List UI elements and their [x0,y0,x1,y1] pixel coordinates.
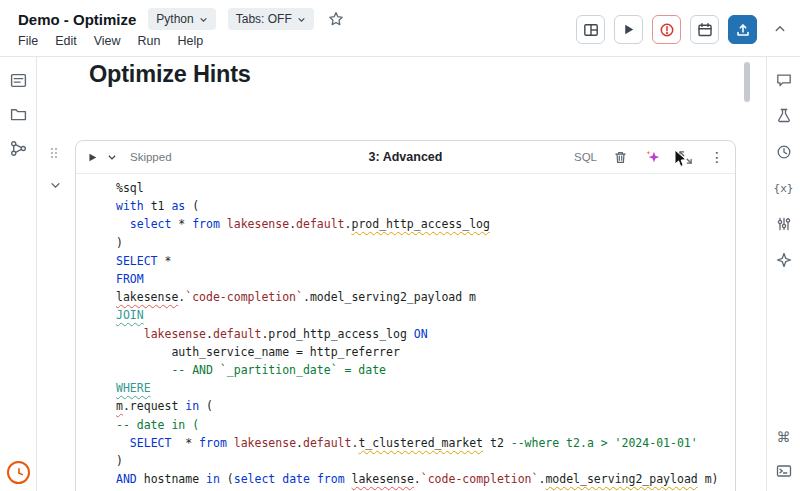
menu-file[interactable]: File [18,34,38,48]
cell-menu-button[interactable]: ⋮ [709,149,725,165]
sidebar-item-toc[interactable] [6,70,30,90]
sidebar-item-terminal[interactable] [772,461,796,481]
vertical-scrollbar[interactable] [744,62,750,102]
favorite-button[interactable] [326,9,346,29]
top-bar: Demo - Optimize Python Tabs: OFF File Ed… [0,0,800,57]
workflow-graph-icon [10,140,27,157]
page-title: Optimize Hints [89,61,766,88]
code-line[interactable]: m.request in ( [116,397,727,415]
menu-edit[interactable]: Edit [55,34,77,48]
sidebar-item-shortcuts[interactable]: ⌘ [772,427,796,447]
notebook-panel-icon [10,72,27,89]
run-all-button[interactable] [614,15,643,44]
language-selector-label: Python [156,12,193,26]
assistant-sparkle-icon [645,149,661,165]
history-clock-icon [776,144,792,160]
chevron-down-icon [50,180,61,191]
chevron-down-icon [297,15,306,24]
share-upload-icon [735,22,751,38]
code-line[interactable]: JOIN [116,306,727,324]
code-line[interactable]: with t1 as ( [116,197,727,215]
chevron-down-icon [199,15,208,24]
cell-run-status: Skipped [130,151,172,163]
language-selector[interactable]: Python [148,8,215,30]
recording-indicator [7,461,30,484]
code-line[interactable]: lakesense.default.prod_http_access_log O… [116,325,727,343]
code-line[interactable]: SELECT * from lakesense.default.t_cluste… [116,434,727,452]
chevron-up-icon [774,23,786,35]
cell-collapse-chevron[interactable] [48,178,63,193]
sliders-icon [776,216,792,232]
code-line[interactable]: %sql [116,179,727,197]
share-button[interactable] [728,15,757,44]
menu-bar: File Edit View Run Help [18,34,203,48]
sidebar-item-variables[interactable]: {x} [772,178,796,198]
left-sidebar [0,57,37,491]
code-line[interactable]: ) [116,452,727,470]
tabs-selector-label: Tabs: OFF [236,12,292,26]
comment-icon [776,72,792,88]
cell-title[interactable]: 3: Advanced [369,150,443,164]
code-line[interactable]: ) [116,234,727,252]
code-line[interactable]: WHERE [116,379,727,397]
variables-icon: {x} [774,182,794,195]
expand-cell-button[interactable] [677,149,694,166]
sidebar-item-assistant[interactable] [772,250,796,270]
code-line[interactable]: -- AND `_partition_date` = date [116,361,727,379]
command-icon: ⌘ [777,429,791,445]
cell-header-right: SQL ⋮ [574,148,725,166]
tabs-selector[interactable]: Tabs: OFF [228,8,314,30]
chevron-down-icon [107,152,117,162]
delete-cell-button[interactable] [612,149,629,166]
right-sidebar: {x} ⌘ [766,57,800,491]
sidebar-item-experiments[interactable] [772,106,796,126]
notebook-cell: Skipped 3: Advanced SQL [75,140,736,491]
cell-language-badge[interactable]: SQL [574,151,597,163]
layout-grid-icon [583,22,599,38]
code-line[interactable]: AND hostname in (select date from lakese… [116,470,727,488]
assistant-cell-button[interactable] [644,148,662,166]
alert-stop-icon [659,22,675,38]
layout-button[interactable] [576,15,605,44]
cell-container: Skipped 3: Advanced SQL [75,140,736,491]
code-line[interactable]: -- date in ( [116,416,727,434]
code-line[interactable]: FROM [116,270,727,288]
notebook-canvas: Optimize Hints Skippe [37,57,766,491]
menu-run[interactable]: Run [138,34,161,48]
interrupt-button[interactable] [652,15,681,44]
code-line[interactable]: SELECT * [116,252,727,270]
play-icon [621,22,636,37]
notebook-title[interactable]: Demo - Optimize [18,11,136,28]
trash-icon [613,150,628,165]
calendar-icon [697,22,713,38]
terminal-icon [776,463,792,479]
collapse-header-button[interactable] [772,21,788,37]
title-row: Demo - Optimize Python Tabs: OFF [18,8,346,30]
play-icon [87,152,98,163]
sidebar-item-history[interactable] [772,142,796,162]
flask-icon [776,108,792,124]
sidebar-item-workspace[interactable] [6,104,30,124]
right-sidebar-bottom: ⌘ [772,427,796,491]
star-icon [328,11,344,27]
notebook-app: Demo - Optimize Python Tabs: OFF File Ed… [0,0,800,491]
menu-view[interactable]: View [94,34,121,48]
code-editor[interactable]: %sqlwith t1 as ( select * from lakesense… [76,174,735,491]
cell-header: Skipped 3: Advanced SQL [76,141,735,174]
code-line[interactable]: select * from lakesense.default.prod_htt… [116,215,727,233]
sidebar-item-comments[interactable] [772,70,796,90]
cell-drag-handle[interactable] [51,148,59,160]
folder-icon [10,106,27,123]
schedule-button[interactable] [690,15,719,44]
run-cell-button[interactable] [86,151,99,164]
code-line[interactable]: auth_service_name = http_referrer [116,343,727,361]
run-options-chevron[interactable] [106,151,118,163]
sidebar-item-environment[interactable] [772,214,796,234]
sparkle-outline-icon [776,252,792,268]
kebab-menu-icon: ⋮ [710,150,724,164]
cell-header-left: Skipped [86,151,172,164]
toolbar [576,15,757,44]
menu-help[interactable]: Help [178,34,204,48]
sidebar-item-lineage[interactable] [6,138,30,158]
code-line[interactable]: lakesense.`code-completion`.model_servin… [116,288,727,306]
